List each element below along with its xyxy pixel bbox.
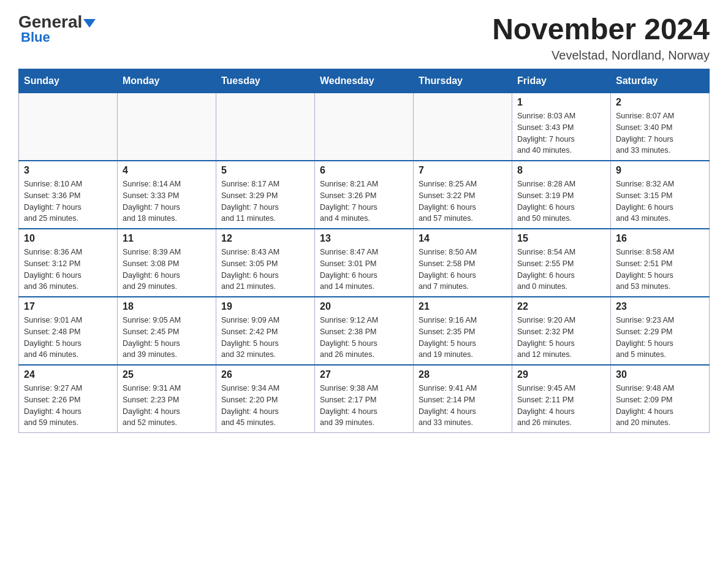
calendar-week-row: 10Sunrise: 8:36 AMSunset: 3:12 PMDayligh… [19, 229, 710, 297]
day-number: 27 [320, 369, 408, 380]
calendar-cell: 11Sunrise: 8:39 AMSunset: 3:08 PMDayligh… [118, 229, 216, 297]
calendar-cell: 21Sunrise: 9:16 AMSunset: 2:35 PMDayligh… [414, 297, 512, 365]
calendar-cell [414, 93, 512, 161]
calendar-cell: 16Sunrise: 8:58 AMSunset: 2:51 PMDayligh… [611, 229, 710, 297]
weekday-header-thursday: Thursday [414, 69, 512, 93]
day-number: 1 [517, 97, 605, 108]
day-info: Sunrise: 9:27 AMSunset: 2:26 PMDaylight:… [24, 383, 112, 429]
calendar-cell: 25Sunrise: 9:31 AMSunset: 2:23 PMDayligh… [118, 365, 216, 433]
logo-blue-text: Blue [21, 29, 50, 45]
day-info: Sunrise: 9:45 AMSunset: 2:11 PMDaylight:… [517, 383, 605, 429]
calendar-cell: 9Sunrise: 8:32 AMSunset: 3:15 PMDaylight… [611, 161, 710, 229]
day-number: 23 [616, 301, 704, 312]
day-number: 28 [419, 369, 507, 380]
day-number: 10 [24, 233, 112, 244]
day-info: Sunrise: 8:10 AMSunset: 3:36 PMDaylight:… [24, 178, 112, 224]
weekday-header-wednesday: Wednesday [315, 69, 414, 93]
calendar-cell: 3Sunrise: 8:10 AMSunset: 3:36 PMDaylight… [19, 161, 118, 229]
day-number: 22 [517, 301, 605, 312]
calendar-cell: 23Sunrise: 9:23 AMSunset: 2:29 PMDayligh… [611, 297, 710, 365]
calendar-cell: 2Sunrise: 8:07 AMSunset: 3:40 PMDaylight… [611, 93, 710, 161]
day-info: Sunrise: 9:12 AMSunset: 2:38 PMDaylight:… [320, 315, 408, 361]
calendar-cell: 17Sunrise: 9:01 AMSunset: 2:48 PMDayligh… [19, 297, 118, 365]
weekday-header-saturday: Saturday [611, 69, 710, 93]
day-number: 3 [24, 165, 112, 176]
day-info: Sunrise: 9:05 AMSunset: 2:45 PMDaylight:… [123, 315, 211, 361]
day-info: Sunrise: 8:39 AMSunset: 3:08 PMDaylight:… [123, 247, 211, 293]
day-number: 2 [616, 97, 704, 108]
day-info: Sunrise: 9:34 AMSunset: 2:20 PMDaylight:… [221, 383, 309, 429]
day-number: 30 [616, 369, 704, 380]
day-info: Sunrise: 9:48 AMSunset: 2:09 PMDaylight:… [616, 383, 704, 429]
calendar-cell: 28Sunrise: 9:41 AMSunset: 2:14 PMDayligh… [414, 365, 512, 433]
day-number: 13 [320, 233, 408, 244]
day-number: 29 [517, 369, 605, 380]
calendar-cell: 12Sunrise: 8:43 AMSunset: 3:05 PMDayligh… [216, 229, 315, 297]
weekday-header-monday: Monday [118, 69, 216, 93]
calendar-week-row: 1Sunrise: 8:03 AMSunset: 3:43 PMDaylight… [19, 93, 710, 161]
title-section: November 2024 Vevelstad, Nordland, Norwa… [492, 12, 710, 63]
calendar-cell: 8Sunrise: 8:28 AMSunset: 3:19 PMDaylight… [512, 161, 611, 229]
calendar-cell: 22Sunrise: 9:20 AMSunset: 2:32 PMDayligh… [512, 297, 611, 365]
day-number: 17 [24, 301, 112, 312]
day-number: 24 [24, 369, 112, 380]
day-info: Sunrise: 8:58 AMSunset: 2:51 PMDaylight:… [616, 247, 704, 293]
calendar-header-row: SundayMondayTuesdayWednesdayThursdayFrid… [19, 69, 710, 93]
day-info: Sunrise: 8:47 AMSunset: 3:01 PMDaylight:… [320, 247, 408, 293]
day-number: 7 [419, 165, 507, 176]
location-subtitle: Vevelstad, Nordland, Norway [492, 48, 710, 63]
day-number: 19 [221, 301, 309, 312]
calendar-cell: 14Sunrise: 8:50 AMSunset: 2:58 PMDayligh… [414, 229, 512, 297]
calendar-week-row: 3Sunrise: 8:10 AMSunset: 3:36 PMDaylight… [19, 161, 710, 229]
day-number: 5 [221, 165, 309, 176]
page-header: General Blue November 2024 Vevelstad, No… [18, 12, 710, 63]
calendar-week-row: 17Sunrise: 9:01 AMSunset: 2:48 PMDayligh… [19, 297, 710, 365]
day-number: 26 [221, 369, 309, 380]
calendar-cell: 1Sunrise: 8:03 AMSunset: 3:43 PMDaylight… [512, 93, 611, 161]
day-info: Sunrise: 8:17 AMSunset: 3:29 PMDaylight:… [221, 178, 309, 224]
weekday-header-sunday: Sunday [19, 69, 118, 93]
day-info: Sunrise: 9:23 AMSunset: 2:29 PMDaylight:… [616, 315, 704, 361]
day-info: Sunrise: 8:21 AMSunset: 3:26 PMDaylight:… [320, 178, 408, 224]
weekday-header-friday: Friday [512, 69, 611, 93]
calendar-cell: 29Sunrise: 9:45 AMSunset: 2:11 PMDayligh… [512, 365, 611, 433]
calendar-cell: 20Sunrise: 9:12 AMSunset: 2:38 PMDayligh… [315, 297, 414, 365]
day-number: 20 [320, 301, 408, 312]
calendar-cell: 24Sunrise: 9:27 AMSunset: 2:26 PMDayligh… [19, 365, 118, 433]
calendar-cell [19, 93, 118, 161]
calendar-cell: 15Sunrise: 8:54 AMSunset: 2:55 PMDayligh… [512, 229, 611, 297]
day-number: 14 [419, 233, 507, 244]
logo: General Blue [18, 12, 96, 45]
day-number: 18 [123, 301, 211, 312]
day-info: Sunrise: 8:32 AMSunset: 3:15 PMDaylight:… [616, 178, 704, 224]
day-info: Sunrise: 9:16 AMSunset: 2:35 PMDaylight:… [419, 315, 507, 361]
calendar-cell [216, 93, 315, 161]
calendar-cell: 7Sunrise: 8:25 AMSunset: 3:22 PMDaylight… [414, 161, 512, 229]
day-info: Sunrise: 9:41 AMSunset: 2:14 PMDaylight:… [419, 383, 507, 429]
calendar-cell: 18Sunrise: 9:05 AMSunset: 2:45 PMDayligh… [118, 297, 216, 365]
day-info: Sunrise: 9:38 AMSunset: 2:17 PMDaylight:… [320, 383, 408, 429]
calendar-cell [118, 93, 216, 161]
weekday-header-tuesday: Tuesday [216, 69, 315, 93]
calendar-cell: 10Sunrise: 8:36 AMSunset: 3:12 PMDayligh… [19, 229, 118, 297]
day-info: Sunrise: 8:50 AMSunset: 2:58 PMDaylight:… [419, 247, 507, 293]
day-info: Sunrise: 8:25 AMSunset: 3:22 PMDaylight:… [419, 178, 507, 224]
day-number: 9 [616, 165, 704, 176]
day-info: Sunrise: 8:36 AMSunset: 3:12 PMDaylight:… [24, 247, 112, 293]
day-number: 8 [517, 165, 605, 176]
logo-arrow-icon [82, 12, 96, 32]
day-info: Sunrise: 8:03 AMSunset: 3:43 PMDaylight:… [517, 110, 605, 156]
day-info: Sunrise: 9:09 AMSunset: 2:42 PMDaylight:… [221, 315, 309, 361]
day-number: 6 [320, 165, 408, 176]
day-info: Sunrise: 8:54 AMSunset: 2:55 PMDaylight:… [517, 247, 605, 293]
calendar-week-row: 24Sunrise: 9:27 AMSunset: 2:26 PMDayligh… [19, 365, 710, 433]
day-number: 25 [123, 369, 211, 380]
day-number: 12 [221, 233, 309, 244]
calendar-table: SundayMondayTuesdayWednesdayThursdayFrid… [18, 69, 710, 433]
day-info: Sunrise: 8:07 AMSunset: 3:40 PMDaylight:… [616, 110, 704, 156]
calendar-cell: 26Sunrise: 9:34 AMSunset: 2:20 PMDayligh… [216, 365, 315, 433]
day-info: Sunrise: 9:20 AMSunset: 2:32 PMDaylight:… [517, 315, 605, 361]
day-info: Sunrise: 9:01 AMSunset: 2:48 PMDaylight:… [24, 315, 112, 361]
day-number: 4 [123, 165, 211, 176]
calendar-cell [315, 93, 414, 161]
